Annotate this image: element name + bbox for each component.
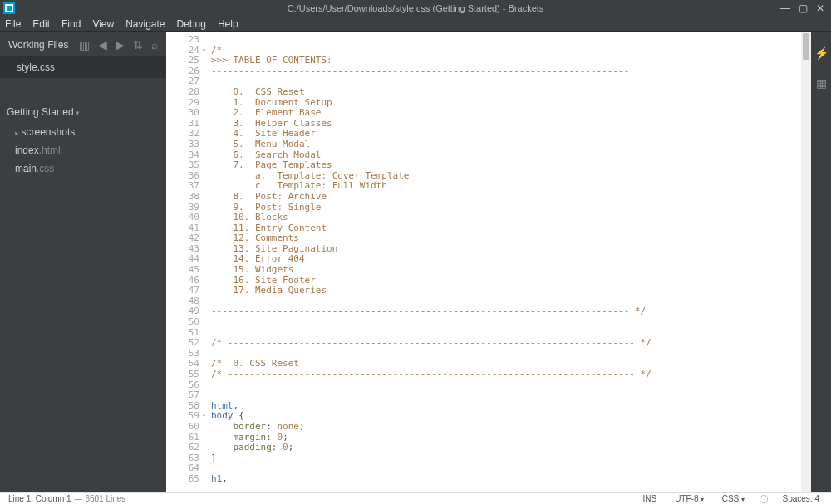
vertical-scrollbar[interactable]	[801, 32, 811, 492]
menu-file[interactable]: File	[5, 18, 21, 30]
menu-help[interactable]: Help	[218, 18, 238, 30]
live-preview-icon[interactable]: ⚡	[814, 46, 829, 60]
encoding-selector[interactable]: UTF-8	[671, 494, 707, 503]
editor[interactable]: 2324252627282930313233343536373839404142…	[166, 32, 811, 492]
cursor-position[interactable]: Line 1, Column 1	[8, 494, 71, 503]
status-indicator-icon	[760, 495, 768, 503]
line-count: — 6501 Lines	[75, 494, 126, 503]
menu-view[interactable]: View	[92, 18, 114, 30]
titlebar: C:/Users/User/Downloads/style.css (Getti…	[0, 0, 831, 17]
indent-selector[interactable]: Spaces: 4	[779, 494, 823, 503]
minimize-icon[interactable]: —	[780, 3, 790, 13]
sidebar: Working Files ▥ ◀ ▶ ⇅ ⌕ style.css Gettin…	[0, 32, 166, 492]
right-toolbar: ⚡ ▦	[811, 32, 831, 492]
close-icon[interactable]: ✕	[816, 3, 824, 13]
menubar: FileEditFindViewNavigateDebugHelp	[0, 17, 831, 32]
statusbar: Line 1, Column 1 — 6501 Lines INS UTF-8 …	[0, 492, 831, 504]
sort-icon[interactable]: ⇅	[133, 38, 143, 51]
project-item-screenshots[interactable]: screenshots	[0, 123, 166, 141]
project-dropdown[interactable]: Getting Started	[0, 98, 166, 123]
working-file-item[interactable]: style.css	[0, 56, 166, 78]
code-area[interactable]: /*--------------------------------------…	[206, 32, 811, 492]
menu-find[interactable]: Find	[61, 18, 81, 30]
menu-edit[interactable]: Edit	[32, 18, 50, 30]
extension-manager-icon[interactable]: ▦	[816, 76, 827, 90]
project-item-index[interactable]: index.html	[0, 141, 166, 159]
project-item-main[interactable]: main.css	[0, 159, 166, 178]
nav-fwd-icon[interactable]: ▶	[116, 38, 125, 51]
insert-mode[interactable]: INS	[639, 494, 660, 503]
gutter: 2324252627282930313233343536373839404142…	[166, 32, 206, 492]
search-icon[interactable]: ⌕	[151, 38, 158, 51]
menu-navigate[interactable]: Navigate	[125, 18, 165, 30]
language-selector[interactable]: CSS	[719, 494, 748, 503]
split-view-icon[interactable]: ▥	[79, 38, 90, 51]
window-title: C:/Users/User/Downloads/style.css (Getti…	[288, 3, 544, 13]
nav-back-icon[interactable]: ◀	[98, 38, 107, 51]
app-logo-icon	[3, 2, 15, 14]
menu-debug[interactable]: Debug	[177, 18, 206, 30]
working-files-label: Working Files	[8, 39, 68, 51]
maximize-icon[interactable]: ▢	[799, 3, 808, 13]
